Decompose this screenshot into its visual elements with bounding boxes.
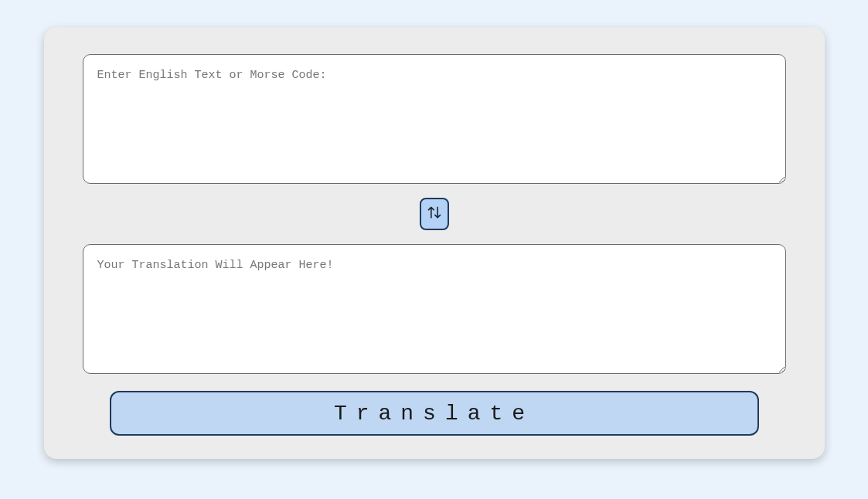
translator-panel: Translate: [44, 27, 825, 459]
translate-button[interactable]: Translate: [110, 391, 759, 436]
output-textarea[interactable]: [83, 244, 786, 374]
input-textarea[interactable]: [83, 54, 786, 184]
swap-button[interactable]: [420, 198, 449, 230]
swap-vertical-icon: [427, 203, 442, 226]
